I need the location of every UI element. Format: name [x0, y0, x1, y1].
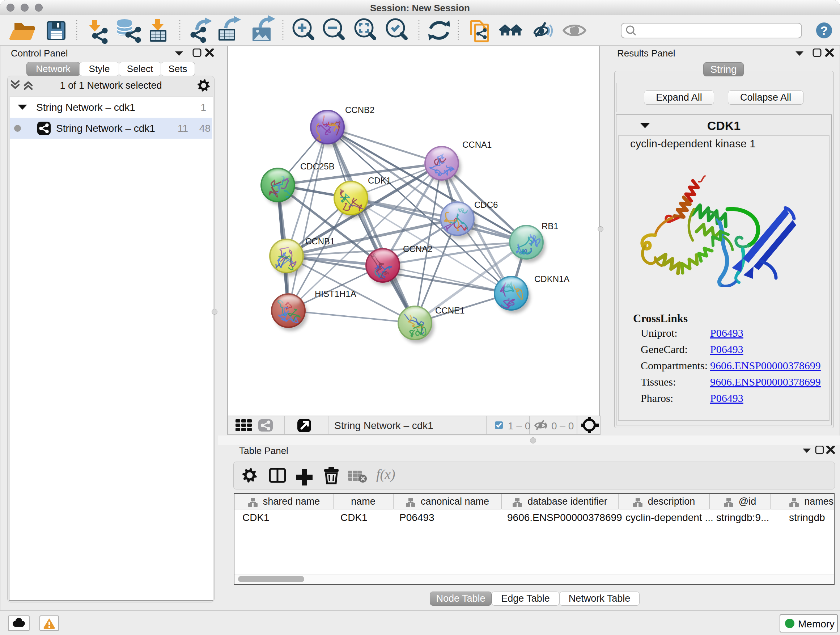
svg-text:RB1: RB1: [542, 221, 559, 231]
svg-text:CCNE1: CCNE1: [435, 306, 464, 315]
svg-text:CCNA1: CCNA1: [462, 140, 492, 149]
svg-text:CCNA2: CCNA2: [403, 244, 432, 254]
svg-text:CDC25B: CDC25B: [300, 162, 335, 171]
svg-text:CDC6: CDC6: [474, 200, 498, 210]
svg-text:CCNB2: CCNB2: [345, 105, 374, 115]
svg-text:?: ?: [821, 24, 828, 37]
svg-text:CCNB1: CCNB1: [305, 236, 335, 246]
svg-text:CDK1: CDK1: [368, 176, 391, 185]
svg-text:HIST1H1A: HIST1H1A: [315, 289, 356, 299]
svg-text:CDKN1A: CDKN1A: [534, 274, 569, 284]
